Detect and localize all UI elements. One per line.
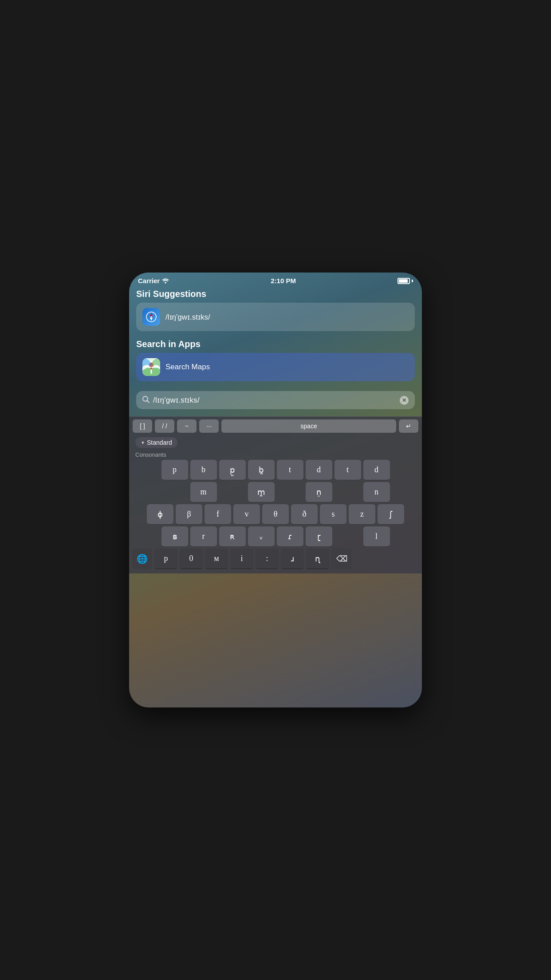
key-m-dental[interactable]: m̪ bbox=[248, 482, 275, 502]
search-bar[interactable]: /lɪŋ'gwɪ.stɪks/ ✕ bbox=[136, 391, 415, 409]
status-time: 2:10 PM bbox=[271, 277, 296, 285]
key-r[interactable]: r bbox=[190, 526, 217, 547]
key-t-retro[interactable]: t bbox=[335, 460, 361, 480]
key-empty-5 bbox=[335, 526, 361, 547]
key-i[interactable]: i bbox=[230, 549, 253, 569]
maps-app-icon bbox=[142, 358, 160, 376]
svg-point-3 bbox=[151, 316, 152, 318]
key-d-retro[interactable]: d bbox=[363, 460, 390, 480]
carrier-label: Carrier bbox=[138, 277, 169, 285]
key-empty-1 bbox=[161, 482, 188, 502]
key-v[interactable]: v bbox=[233, 504, 260, 525]
search-maps-label: Search Maps bbox=[165, 363, 210, 371]
globe-key[interactable]: 🌐 bbox=[132, 549, 152, 569]
safari-app-icon bbox=[142, 308, 160, 326]
svg-marker-1 bbox=[150, 313, 153, 316]
wifi-icon bbox=[162, 278, 169, 284]
key-m-cyr[interactable]: м bbox=[205, 549, 228, 569]
key-n[interactable]: n bbox=[363, 482, 390, 502]
key-m[interactable]: m bbox=[190, 482, 217, 502]
key-d[interactable]: d bbox=[306, 460, 332, 480]
keyboard-row-2: m m̪ n̠ n bbox=[129, 481, 422, 503]
backspace-key[interactable]: ⌫ bbox=[331, 549, 352, 569]
consonants-label: Consonants bbox=[129, 450, 422, 459]
mode-label: Standard bbox=[147, 439, 172, 446]
search-clear-button[interactable]: ✕ bbox=[400, 396, 409, 405]
key-theta[interactable]: θ bbox=[262, 504, 289, 525]
keyboard-row-4: ʙ r ʀ ᵥ ɾ ɽ l bbox=[129, 526, 422, 548]
key-beta[interactable]: β bbox=[176, 504, 202, 525]
safari-compass-icon bbox=[146, 311, 157, 323]
search-area: /lɪŋ'gwɪ.stɪks/ ✕ bbox=[129, 387, 422, 415]
key-esh[interactable]: ʃ bbox=[378, 504, 404, 525]
key-turned-r[interactable]: ɹ bbox=[281, 549, 304, 569]
svg-marker-2 bbox=[150, 317, 153, 321]
keyboard-area: [ ] / / ~ ··· space ↵ ▼ Standard Consona… bbox=[129, 416, 422, 573]
key-p-bottom[interactable]: p bbox=[154, 549, 177, 569]
mode-arrow-icon: ▼ bbox=[141, 440, 145, 445]
status-bar: Carrier 2:10 PM bbox=[129, 273, 422, 287]
safari-suggestion-row[interactable]: /lɪŋ'gwɪ.stɪks/ bbox=[136, 303, 415, 331]
key-p[interactable]: p bbox=[161, 460, 188, 480]
keyboard-bottom-row: 🌐 p 0 м i : ɹ ɳ ⌫ bbox=[129, 548, 422, 570]
key-z[interactable]: z bbox=[349, 504, 375, 525]
key-s[interactable]: s bbox=[320, 504, 346, 525]
key-flap[interactable]: ɾ bbox=[277, 526, 303, 547]
maps-icon-svg bbox=[142, 358, 160, 376]
key-n-dental[interactable]: n̠ bbox=[306, 482, 332, 502]
maps-suggestion-row[interactable]: Search Maps bbox=[136, 353, 415, 381]
siri-suggestions-section: Siri Suggestions /lɪŋ'gwɪ.stɪks/ bbox=[129, 287, 422, 337]
search-input[interactable]: /lɪŋ'gwɪ.stɪks/ bbox=[153, 395, 396, 405]
brackets-key[interactable]: [ ] bbox=[133, 419, 152, 433]
key-b-dental[interactable]: b̪ bbox=[248, 460, 275, 480]
key-p-dental[interactable]: p̪ bbox=[219, 460, 246, 480]
key-f[interactable]: f bbox=[205, 504, 231, 525]
key-uvular-trill[interactable]: ʀ bbox=[219, 526, 246, 547]
space-key[interactable]: space bbox=[221, 419, 396, 433]
slashes-key[interactable]: / / bbox=[155, 419, 174, 433]
key-retro-flap[interactable]: ɽ bbox=[306, 526, 332, 547]
phone-frame: Carrier 2:10 PM Siri Suggestions bbox=[129, 273, 422, 707]
battery-indicator bbox=[398, 278, 413, 284]
key-t[interactable]: t bbox=[277, 460, 303, 480]
key-empty-3 bbox=[277, 482, 303, 502]
tilde-key[interactable]: ~ bbox=[177, 419, 197, 433]
keyboard-row-3: ɸ β f v θ ð s z ʃ bbox=[129, 503, 422, 526]
safari-icon-bg bbox=[142, 308, 160, 326]
search-icon bbox=[142, 396, 150, 405]
battery-tip bbox=[412, 280, 413, 282]
keyboard-top-row: [ ] / / ~ ··· space ↵ bbox=[129, 417, 422, 435]
key-empty-4 bbox=[335, 482, 361, 502]
return-key[interactable]: ↵ bbox=[399, 419, 418, 433]
siri-suggestions-title: Siri Suggestions bbox=[136, 289, 415, 299]
key-eth[interactable]: ð bbox=[291, 504, 318, 525]
keyboard-row-1: p b p̪ b̪ t d t d bbox=[129, 459, 422, 481]
key-0[interactable]: 0 bbox=[180, 549, 203, 569]
key-phi[interactable]: ɸ bbox=[147, 504, 173, 525]
search-in-apps-section: Search in Apps bbox=[129, 337, 422, 387]
key-b[interactable]: b bbox=[190, 460, 217, 480]
key-colon[interactable]: : bbox=[256, 549, 279, 569]
safari-suggestion-text: /lɪŋ'gwɪ.stɪks/ bbox=[165, 312, 210, 322]
search-in-apps-title: Search in Apps bbox=[136, 339, 415, 349]
key-l[interactable]: l bbox=[363, 526, 390, 547]
battery-body bbox=[398, 278, 410, 284]
key-n-retro[interactable]: ɳ bbox=[306, 549, 329, 569]
carrier-text: Carrier bbox=[138, 277, 160, 285]
battery-fill bbox=[399, 279, 408, 283]
key-v-sub[interactable]: ᵥ bbox=[248, 526, 275, 547]
key-empty-2 bbox=[219, 482, 246, 502]
mode-indicator[interactable]: ▼ Standard bbox=[135, 437, 177, 448]
emoji-key[interactable]: ··· bbox=[199, 419, 219, 433]
key-bilabial-trill[interactable]: ʙ bbox=[161, 526, 188, 547]
svg-line-12 bbox=[147, 400, 150, 403]
